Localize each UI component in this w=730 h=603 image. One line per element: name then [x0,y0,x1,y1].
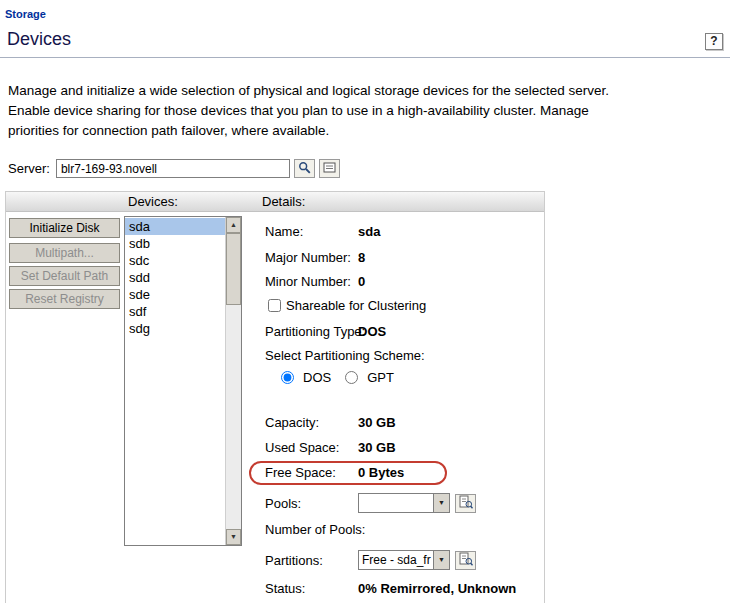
object-history-button[interactable] [319,159,340,178]
title-bar: Devices ? [0,29,730,58]
magnifier-icon [298,161,311,177]
partitions-label: Partitions: [265,553,358,568]
browse-icon [459,495,473,512]
partitioning-scheme-label: Select Partitioning Scheme: [265,348,425,363]
object-selector-button[interactable] [294,159,315,178]
gpt-radio[interactable] [345,371,358,384]
devices-column-header: Devices: [128,194,178,209]
device-list: sda sdb sdc sdd sde sdf sdg ▲ ▼ [124,216,242,546]
name-label: Name: [265,224,358,239]
pools-label: Pools: [265,496,358,511]
major-number-value: 8 [358,250,365,265]
number-of-pools-label: Number of Pools: [265,522,365,537]
device-list-item[interactable]: sdd [125,269,225,286]
device-list-item[interactable]: sdc [125,252,225,269]
device-list-item[interactable]: sdf [125,303,225,320]
partitions-select[interactable]: Free - sda_fr ▼ [358,550,450,570]
partitioning-type-label: Partitioning Type: [265,324,358,339]
reset-registry-button: Reset Registry [9,289,120,309]
capacity-value: 30 GB [358,415,396,430]
breadcrumb-storage-link[interactable]: Storage [0,0,730,20]
pools-select[interactable]: ▼ [358,493,450,513]
chevron-down-icon[interactable]: ▼ [433,551,449,569]
server-input[interactable] [56,159,290,178]
partitions-select-value: Free - sda_fr [359,553,433,567]
dos-radio-label: DOS [303,370,331,385]
help-button[interactable]: ? [705,33,723,50]
major-number-label: Major Number: [265,250,358,265]
used-space-label: Used Space: [265,440,358,455]
list-scrollbar[interactable]: ▲ ▼ [225,217,241,545]
device-list-item[interactable]: sdg [125,320,225,337]
scroll-thumb[interactable] [226,233,241,305]
scroll-up-button[interactable]: ▲ [226,217,241,233]
pools-browse-button[interactable] [455,494,476,513]
name-value: sda [358,224,380,239]
details-panel: Name: sda Major Number: 8 Minor Number: … [242,215,540,596]
chevron-down-icon[interactable]: ▼ [433,494,449,512]
shareable-checkbox[interactable] [268,299,281,312]
minor-number-value: 0 [358,274,365,289]
server-label: Server: [8,161,50,176]
details-column-header: Details: [262,194,305,209]
status-label: Status: [265,581,358,596]
panel-header: Devices: Details: [6,192,544,212]
arrow-up-icon: ▲ [230,221,237,228]
multipath-button: Multipath... [9,243,120,263]
device-list-item[interactable]: sda [125,218,225,235]
device-list-item[interactable]: sdb [125,235,225,252]
minor-number-label: Minor Number: [265,274,358,289]
partitions-browse-button[interactable] [455,551,476,570]
capacity-label: Capacity: [265,415,358,430]
partitioning-scheme-options: DOS GPT [281,370,540,385]
free-space-label: Free Space: [265,465,358,480]
page-title: Devices [7,29,71,50]
free-space-annotation: Free Space: 0 Bytes [249,461,447,485]
dos-radio[interactable] [281,371,294,384]
scroll-track[interactable] [226,305,241,529]
shareable-label: Shareable for Clustering [286,298,426,313]
history-icon [323,161,336,177]
arrow-down-icon: ▼ [230,533,237,540]
devices-panel: Devices: Details: Initialize Disk Multip… [5,191,545,603]
intro-text: Manage and initialize a wide selection o… [8,81,635,141]
server-row: Server: [8,159,730,178]
browse-icon [459,552,473,569]
set-default-path-button: Set Default Path [9,266,120,286]
question-icon: ? [710,34,717,48]
initialize-disk-button[interactable]: Initialize Disk [9,218,120,238]
status-value: 0% Remirrored, Unknown [358,581,516,596]
action-button-column: Initialize Disk Multipath... Set Default… [9,215,124,596]
device-list-item[interactable]: sde [125,286,225,303]
device-list-items: sda sdb sdc sdd sde sdf sdg [125,218,225,337]
scroll-down-button[interactable]: ▼ [226,529,241,545]
partitioning-type-value: DOS [358,324,386,339]
used-space-value: 30 GB [358,440,396,455]
free-space-value: 0 Bytes [358,465,404,480]
panel-body: Initialize Disk Multipath... Set Default… [6,212,544,603]
gpt-radio-label: GPT [367,370,394,385]
